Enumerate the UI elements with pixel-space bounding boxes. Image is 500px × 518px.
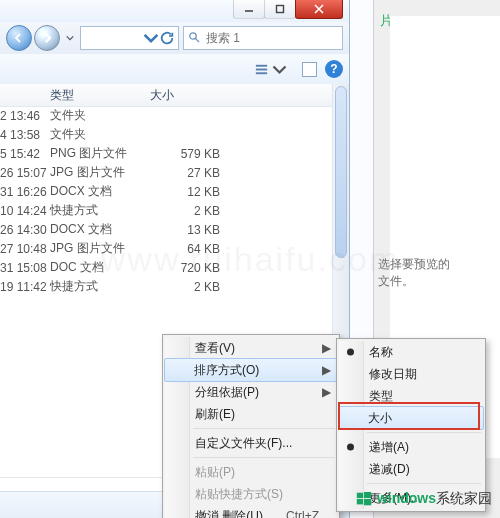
column-headers: 类型 大小 [0,84,349,107]
shortcut-label: Ctrl+Z [286,505,319,518]
watermark-text: www.ruihaifu.com [101,240,399,279]
submenu-arrow-icon: ▶ [322,337,331,359]
menu-sort[interactable]: 排序方式(O)▶ [164,358,338,382]
nav-bar [0,22,349,55]
sort-ascending[interactable]: 递增(A) [339,436,483,458]
svg-rect-4 [256,64,267,66]
sort-submenu: 名称 修改日期 类型 大小 递增(A) 递减(D) 更多(M)... [336,338,486,512]
credit-text2: 系统家园 [436,490,492,506]
table-row[interactable]: 26 14:30DOCX 文档13 KB [0,220,349,239]
chevron-down-icon [272,62,287,77]
sort-name[interactable]: 名称 [339,341,483,363]
close-button[interactable] [295,0,343,19]
menu-separator [193,428,335,429]
menu-refresh[interactable]: 刷新(E) [165,403,337,425]
help-button[interactable]: ? [325,60,343,78]
search-box[interactable] [183,26,343,50]
table-row[interactable]: 19 11:42快捷方式2 KB [0,277,349,296]
forward-button[interactable] [34,25,60,51]
address-dropdown-icon[interactable] [143,30,159,46]
windows-logo-icon [355,490,373,508]
column-type[interactable]: 类型 [50,87,150,104]
menu-separator [193,457,335,458]
scroll-thumb[interactable] [335,86,347,258]
menu-paste-shortcut: 粘贴快捷方式(S) [165,483,337,505]
credit-badge: windows系统家园 [355,490,492,508]
svg-rect-1 [277,6,284,13]
menu-undo[interactable]: 撤消 删除(U)Ctrl+Z [165,505,337,518]
menu-view[interactable]: 查看(V)▶ [165,337,337,359]
menu-customize-folder[interactable]: 自定义文件夹(F)... [165,432,337,454]
sort-size[interactable]: 大小 [338,406,484,430]
search-icon [188,31,200,46]
credit-text1: windows [377,490,436,506]
menu-group[interactable]: 分组依据(P)▶ [165,381,337,403]
table-row[interactable]: 10 14:24快捷方式2 KB [0,201,349,220]
view-options-icon [254,62,269,77]
menu-paste: 粘贴(P) [165,461,337,483]
table-row[interactable]: 4 13:58文件夹 [0,125,349,144]
refresh-icon[interactable] [159,30,175,46]
toolbar: ? [0,54,349,85]
menu-separator [367,432,481,433]
svg-rect-10 [364,499,371,505]
title-bar [0,0,349,23]
menu-separator [367,483,481,484]
submenu-arrow-icon: ▶ [322,381,331,403]
svg-rect-5 [256,68,267,70]
radio-selected-icon [347,349,354,356]
address-bar[interactable] [80,26,179,50]
radio-selected-icon [347,444,354,451]
table-row[interactable]: 2 13:46文件夹 [0,106,349,125]
preview-pane-toggle[interactable] [302,62,317,77]
svg-rect-6 [256,72,267,74]
maximize-button[interactable] [264,0,296,19]
sort-descending[interactable]: 递减(D) [339,458,483,480]
minimize-button[interactable] [233,0,265,19]
view-options-button[interactable] [247,59,294,80]
history-chevron-icon[interactable] [64,34,76,42]
submenu-arrow-icon: ▶ [322,359,331,381]
svg-rect-9 [357,499,363,504]
table-row[interactable]: 5 15:42PNG 图片文件579 KB [0,144,349,163]
tab-hint-text: 片 [380,12,393,30]
sort-date[interactable]: 修改日期 [339,363,483,385]
svg-point-2 [190,32,196,38]
table-row[interactable]: 26 15:07JPG 图片文件27 KB [0,163,349,182]
svg-rect-8 [364,492,371,498]
sort-type[interactable]: 类型 [339,385,483,407]
column-size[interactable]: 大小 [150,87,250,104]
context-menu: 查看(V)▶ 排序方式(O)▶ 分组依据(P)▶ 刷新(E) 自定义文件夹(F)… [162,334,340,518]
back-button[interactable] [6,25,32,51]
search-input[interactable] [204,30,338,46]
svg-rect-7 [357,493,363,498]
table-row[interactable]: 31 16:26DOCX 文档12 KB [0,182,349,201]
svg-line-3 [196,38,199,41]
